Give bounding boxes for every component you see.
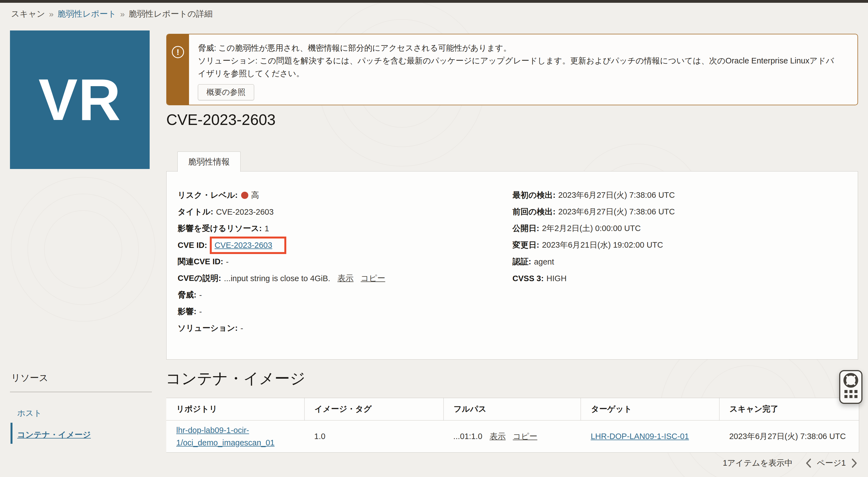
warning-banner-stripe: ! bbox=[167, 34, 189, 105]
cell-target: LHR-DOP-LAN09-1-ISC-01 bbox=[581, 420, 719, 452]
pagination: 1アイテムを表示中 ページ1 bbox=[723, 457, 858, 469]
window-top-bar bbox=[0, 0, 868, 3]
column-header-full-path[interactable]: フルパス bbox=[443, 398, 581, 420]
field-cve-id: CVE ID: CVE-2023-2603 bbox=[178, 237, 505, 253]
copy-full-path-link[interactable]: コピー bbox=[513, 431, 537, 442]
field-solution: ソリューション: - bbox=[178, 320, 505, 337]
target-link[interactable]: LHR-DOP-LAN09-1-ISC-01 bbox=[591, 432, 689, 441]
field-cvss3: CVSS 3: HIGH bbox=[513, 270, 845, 287]
annotation-highlight-box: CVE-2023-2603 bbox=[210, 236, 286, 254]
vulnerability-report-logo: VR bbox=[10, 30, 150, 169]
pagination-page-label: ページ1 bbox=[817, 457, 846, 469]
cell-repository: lhr-dop-lab09-1-ocir-1/oci_demo_imagesca… bbox=[166, 420, 304, 452]
banner-solution-text: ソリューション: この問題を解決するには、パッチを含む最新のパッケージにアップグ… bbox=[198, 54, 835, 80]
resources-divider bbox=[10, 392, 152, 392]
cell-full-path: ...01:1.0 表示 コピー bbox=[443, 420, 581, 452]
breadcrumb-item-report-details: 脆弱性レポートの詳細 bbox=[129, 8, 213, 20]
field-cve-description: CVEの説明: ...input string is close to 4GiB… bbox=[178, 270, 505, 287]
breadcrumb: スキャン » 脆弱性レポート » 脆弱性レポートの詳細 bbox=[11, 8, 213, 20]
help-lifering-icon[interactable] bbox=[843, 372, 859, 388]
resources-heading: リソース bbox=[11, 372, 48, 384]
cve-id-link[interactable]: CVE-2023-2603 bbox=[215, 241, 272, 250]
column-header-image-tag[interactable]: イメージ・タグ bbox=[304, 398, 443, 420]
sidebar-item-container-images[interactable]: コンテナ・イメージ bbox=[17, 430, 91, 440]
show-full-path-link[interactable]: 表示 bbox=[489, 431, 505, 442]
field-modified-date: 変更日: 2023年6月21日(水) 19:02:00 UTC bbox=[513, 237, 845, 253]
field-last-detected: 前回の検出: 2023年6月27日(火) 7:38:06 UTC bbox=[513, 203, 845, 220]
breadcrumb-item-vulnerability-reports[interactable]: 脆弱性レポート bbox=[58, 8, 116, 20]
risk-high-dot-icon bbox=[241, 192, 248, 199]
field-related-cve-id: 関連CVE ID: - bbox=[178, 253, 505, 270]
sidebar-item-hosts[interactable]: ホスト bbox=[17, 408, 42, 419]
chevron-left-icon[interactable] bbox=[805, 457, 812, 469]
sidebar-active-indicator bbox=[10, 423, 12, 444]
warning-banner: ! 脅威: この脆弱性が悪用され、機密情報に部分的にアクセスされる可能性がありま… bbox=[166, 34, 858, 105]
table-row: lhr-dop-lab09-1-ocir-1/oci_demo_imagesca… bbox=[166, 420, 859, 453]
vulnerability-info-panel: リスク・レベル: 高 タイトル: CVE-2023-2603 影響を受けるリソー… bbox=[166, 171, 858, 359]
details-right-column: 最初の検出: 2023年6月27日(火) 7:38:06 UTC 前回の検出: … bbox=[513, 187, 845, 287]
field-threat: 脅威: - bbox=[178, 287, 505, 303]
column-header-repository[interactable]: リポジトリ bbox=[166, 398, 304, 420]
banner-threat-text: 脅威: この脆弱性が悪用され、機密情報に部分的にアクセスされる可能性があります。 bbox=[198, 41, 835, 54]
field-impacted-resources: 影響を受けるリソース: 1 bbox=[178, 220, 505, 237]
breadcrumb-separator: » bbox=[49, 9, 54, 19]
field-title: タイトル: CVE-2023-2603 bbox=[178, 203, 505, 220]
show-description-link[interactable]: 表示 bbox=[338, 273, 353, 284]
field-first-detected: 最初の検出: 2023年6月27日(火) 7:38:06 UTC bbox=[513, 187, 845, 203]
field-authentication: 認証: agent bbox=[513, 253, 845, 270]
table-header-row: リポジトリ イメージ・タグ フルパス ターゲット スキャン完了 bbox=[166, 398, 859, 420]
floating-help-widget[interactable] bbox=[839, 370, 863, 404]
cell-scan-completed: 2023年6月27日(火) 7:38:06 UTC bbox=[719, 420, 859, 452]
breadcrumb-separator: » bbox=[120, 9, 125, 19]
details-left-column: リスク・レベル: 高 タイトル: CVE-2023-2603 影響を受けるリソー… bbox=[178, 187, 505, 337]
warning-icon: ! bbox=[172, 46, 184, 58]
logo-text: VR bbox=[38, 70, 121, 129]
app-grid-icon[interactable] bbox=[844, 390, 858, 398]
field-risk-level: リスク・レベル: 高 bbox=[178, 187, 505, 203]
pagination-status: 1アイテムを表示中 bbox=[723, 457, 793, 469]
column-header-scan-completed[interactable]: スキャン完了 bbox=[719, 398, 859, 420]
section-title-container-images: コンテナ・イメージ bbox=[166, 369, 305, 389]
repository-link[interactable]: lhr-dop-lab09-1-ocir-1/oci_demo_imagesca… bbox=[176, 424, 296, 449]
warning-banner-body: 脅威: この脆弱性が悪用され、機密情報に部分的にアクセスされる可能性があります。… bbox=[189, 34, 846, 105]
chevron-right-icon[interactable] bbox=[851, 457, 858, 469]
breadcrumb-item-scan: スキャン bbox=[11, 8, 45, 20]
page-title: CVE-2023-2603 bbox=[166, 111, 276, 129]
copy-description-link[interactable]: コピー bbox=[361, 273, 385, 284]
cell-image-tag: 1.0 bbox=[304, 420, 443, 452]
field-impact: 影響: - bbox=[178, 303, 505, 320]
tab-vulnerability-info[interactable]: 脆弱性情報 bbox=[177, 152, 241, 172]
view-summary-button[interactable]: 概要の参照 bbox=[198, 84, 254, 100]
column-header-target[interactable]: ターゲット bbox=[581, 398, 719, 420]
field-published-date: 公開日: 2年2月2日(土) 0:00:00 UTC bbox=[513, 220, 845, 237]
